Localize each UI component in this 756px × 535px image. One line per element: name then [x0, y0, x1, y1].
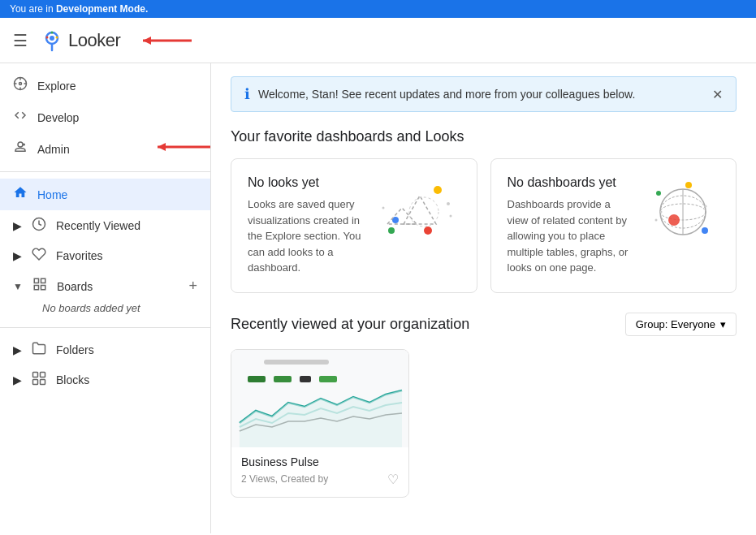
blocks-icon	[32, 371, 46, 388]
svg-point-28	[388, 227, 395, 234]
svg-point-5	[51, 31, 54, 33]
svg-point-30	[424, 227, 432, 235]
sidebar-admin-label: Admin	[37, 143, 70, 156]
no-dashboards-illustration	[638, 175, 719, 248]
svg-rect-52	[300, 376, 311, 382]
svg-marker-17	[158, 143, 166, 151]
svg-point-35	[449, 215, 451, 218]
svg-marker-31	[404, 196, 436, 224]
sidebar-item-home[interactable]: Home	[0, 179, 210, 210]
folder-icon	[32, 341, 46, 358]
no-dashboards-text: No dashboards yet Dashboards provide a v…	[508, 175, 629, 276]
sidebar-item-admin[interactable]: Admin	[0, 133, 210, 165]
sidebar-blocks-label: Blocks	[56, 373, 89, 386]
sidebar-item-boards[interactable]: ▼ Boards +	[0, 270, 210, 299]
dashboard-meta-text: 2 Views, Created by	[241, 473, 328, 485]
no-boards-text: No boards added yet	[0, 299, 210, 321]
favorites-cards-row: No looks yet Looks are saved query visua…	[231, 158, 737, 293]
sidebar-divider-1	[0, 171, 210, 172]
admin-icon	[13, 140, 28, 158]
sidebar-develop-label: Develop	[37, 111, 79, 124]
svg-point-34	[447, 202, 450, 205]
svg-point-38	[656, 191, 661, 196]
svg-rect-51	[274, 376, 292, 382]
folders-expand-icon: ▶	[13, 343, 22, 356]
dashboard-meta: 2 Views, Created by ♡	[241, 472, 399, 487]
svg-point-39	[702, 227, 708, 234]
recently-viewed-title: Recently viewed at your organization	[231, 316, 469, 333]
sidebar-item-blocks[interactable]: ▶ Blocks	[0, 365, 210, 395]
svg-point-4	[56, 36, 58, 38]
svg-rect-19	[34, 278, 38, 283]
compass-icon	[13, 76, 28, 95]
no-dashboards-desc: Dashboards provide a view of related con…	[508, 196, 629, 276]
svg-rect-49	[264, 360, 329, 365]
svg-rect-24	[41, 373, 45, 378]
svg-point-45	[660, 211, 663, 214]
heart-outline-icon	[32, 247, 46, 264]
no-dashboards-title: No dashboards yet	[508, 175, 629, 190]
recently-viewed-expand-icon: ▶	[13, 219, 22, 232]
sidebar-explore-label: Explore	[37, 80, 76, 93]
blocks-expand-icon: ▶	[13, 373, 22, 386]
board-icon	[32, 277, 47, 296]
svg-rect-50	[248, 376, 266, 382]
boards-expand-icon: ▼	[13, 281, 23, 292]
sidebar-boards-label: Boards	[57, 280, 186, 293]
looker-logo-icon	[41, 29, 63, 52]
logo-area: Looker	[41, 29, 200, 52]
svg-rect-21	[34, 286, 38, 290]
main-content: ℹ Welcome, Stan! See recent updates and …	[211, 63, 756, 533]
svg-point-27	[434, 186, 442, 194]
info-icon: ℹ	[244, 85, 250, 103]
svg-point-36	[382, 207, 384, 209]
hamburger-menu-icon[interactable]: ☰	[13, 31, 28, 50]
svg-point-3	[46, 36, 49, 38]
sidebar-item-favorites[interactable]: ▶ Favorites	[0, 240, 210, 270]
svg-point-15	[23, 144, 25, 146]
svg-point-47	[705, 205, 707, 208]
sidebar-item-explore[interactable]: Explore	[0, 70, 210, 101]
sidebar-item-recently-viewed[interactable]: ▶ Recently Viewed	[0, 210, 210, 240]
logo-text: Looker	[68, 30, 120, 51]
no-dashboards-card: No dashboards yet Dashboards provide a v…	[490, 158, 737, 293]
welcome-text: Welcome, Stan! See recent updates and mo…	[258, 88, 704, 101]
dashboard-title: Business Pulse	[241, 455, 399, 468]
svg-rect-23	[33, 373, 38, 378]
recently-viewed-section-header: Recently viewed at your organization Gro…	[231, 313, 737, 336]
clock-icon	[32, 217, 46, 234]
sidebar-recently-viewed-label: Recently Viewed	[56, 219, 140, 232]
no-looks-desc: Looks are saved query visualizations cre…	[248, 196, 369, 276]
boards-add-icon[interactable]: +	[188, 278, 197, 295]
sidebar-favorites-label: Favorites	[56, 249, 103, 262]
svg-point-46	[655, 219, 658, 222]
logo-arrow-annotation	[135, 29, 200, 52]
svg-marker-32	[387, 208, 417, 224]
sidebar-divider-2	[0, 327, 210, 328]
sidebar-item-folders[interactable]: ▶ Folders	[0, 334, 210, 365]
sidebar: Explore Develop Admin	[0, 63, 211, 533]
svg-rect-20	[41, 278, 45, 283]
group-dropdown[interactable]: Group: Everyone ▾	[625, 313, 737, 336]
svg-rect-53	[319, 376, 337, 382]
no-looks-card: No looks yet Looks are saved query visua…	[231, 158, 477, 293]
no-looks-title: No looks yet	[248, 175, 369, 190]
no-looks-illustration	[379, 175, 460, 248]
svg-rect-25	[33, 380, 38, 385]
sidebar-item-develop[interactable]: Develop	[0, 101, 210, 133]
dev-mode-banner: You are in Development Mode.	[0, 0, 756, 18]
svg-marker-7	[143, 37, 151, 45]
chevron-down-icon: ▾	[720, 318, 726, 330]
sidebar-folders-label: Folders	[56, 343, 94, 356]
favorite-heart-icon[interactable]: ♡	[387, 472, 399, 487]
favorites-expand-icon: ▶	[13, 249, 22, 262]
svg-point-37	[685, 182, 692, 188]
welcome-banner: ℹ Welcome, Stan! See recent updates and …	[231, 76, 737, 112]
svg-rect-26	[41, 380, 45, 385]
svg-point-1	[50, 36, 54, 41]
header: ☰ Looker	[0, 18, 756, 63]
svg-point-9	[19, 83, 22, 85]
dashboard-info: Business Pulse 2 Views, Created by ♡	[231, 447, 408, 497]
welcome-close-icon[interactable]: ✕	[712, 87, 723, 102]
dashboard-card-business-pulse[interactable]: Business Pulse 2 Views, Created by ♡	[231, 349, 409, 498]
